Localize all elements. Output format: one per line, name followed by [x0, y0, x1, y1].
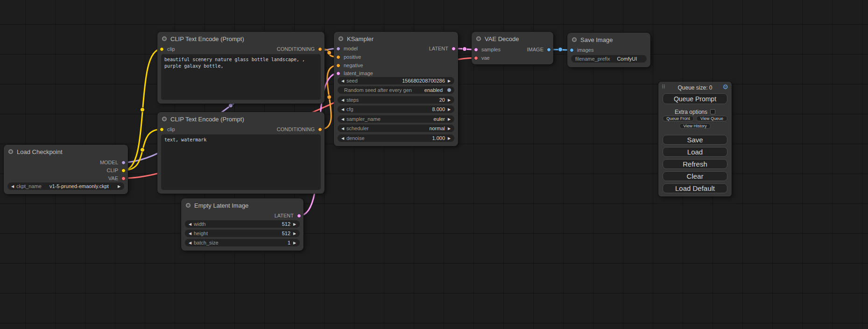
- conditioning-output-dot[interactable]: [318, 47, 322, 51]
- conditioning-output-slot[interactable]: CONDITIONING: [277, 126, 322, 133]
- random-seed-toggle-widget[interactable]: Random seed after every gen enabled: [338, 86, 454, 94]
- ckpt-name-widget[interactable]: ◀ ckpt_name v1-5-pruned-emaonly.ckpt ▶: [7, 182, 124, 190]
- decrement-arrow-icon[interactable]: ◀: [340, 98, 345, 102]
- vae-input-slot[interactable]: vae: [474, 55, 490, 61]
- clip-output-slot[interactable]: CLIP: [107, 167, 126, 174]
- conditioning-output-dot[interactable]: [318, 127, 322, 132]
- model-input-dot[interactable]: [336, 47, 340, 51]
- latent-image-input-slot[interactable]: latent_image: [336, 70, 373, 77]
- decrement-arrow-icon[interactable]: ◀: [188, 222, 192, 226]
- prev-arrow-icon[interactable]: ◀: [340, 117, 345, 121]
- clip-input-dot[interactable]: [160, 47, 164, 51]
- node-title-bar[interactable]: VAE Decode: [472, 32, 553, 46]
- node-load-checkpoint[interactable]: Load Checkpoint MODEL CLIP VAE ◀ ckpt_na…: [4, 145, 128, 194]
- seed-widget[interactable]: ◀ seed 156680208700286 ▶: [338, 77, 454, 84]
- increment-arrow-icon[interactable]: ▶: [292, 241, 297, 245]
- clip-input-slot[interactable]: clip: [160, 126, 175, 133]
- scheduler-widget[interactable]: ◀ scheduler normal ▶: [338, 125, 454, 132]
- collapse-toggle-icon[interactable]: [339, 36, 343, 41]
- decrement-arrow-icon[interactable]: ◀: [340, 136, 345, 140]
- view-history-button[interactable]: View History: [679, 123, 711, 129]
- collapse-toggle-icon[interactable]: [162, 36, 167, 41]
- negative-input-slot[interactable]: negative: [336, 62, 363, 69]
- latent-output-dot[interactable]: [297, 214, 301, 218]
- images-input-slot[interactable]: images: [570, 47, 593, 53]
- next-arrow-icon[interactable]: ▶: [447, 117, 452, 121]
- conditioning-output-slot[interactable]: CONDITIONING: [277, 46, 322, 52]
- collapse-toggle-icon[interactable]: [476, 36, 481, 41]
- node-title-bar[interactable]: Load Checkpoint: [4, 145, 128, 159]
- control-panel[interactable]: ⠿ Queue size: 0 ⚙ Queue Prompt Extra opt…: [658, 82, 732, 196]
- height-widget[interactable]: ◀ height 512 ▶: [185, 230, 300, 237]
- denoise-widget[interactable]: ◀ denoise 1.000 ▶: [338, 134, 454, 142]
- node-title-bar[interactable]: Save Image: [567, 33, 650, 47]
- clear-button[interactable]: Clear: [663, 171, 727, 181]
- load-button[interactable]: Load: [663, 147, 727, 157]
- collapse-toggle-icon[interactable]: [8, 149, 13, 154]
- decrement-arrow-icon[interactable]: ◀: [188, 241, 192, 245]
- toggle-knob-icon[interactable]: [447, 88, 452, 92]
- filename-prefix-widget[interactable]: filename_prefix ComfyUI: [571, 55, 647, 63]
- negative-input-dot[interactable]: [336, 63, 340, 68]
- images-input-dot[interactable]: [570, 48, 574, 52]
- node-title-bar[interactable]: CLIP Text Encode (Prompt): [157, 112, 325, 126]
- positive-input-dot[interactable]: [336, 55, 340, 59]
- extra-options-checkbox[interactable]: [710, 109, 715, 114]
- latent-image-input-dot[interactable]: [336, 71, 340, 76]
- clip-output-dot[interactable]: [121, 168, 126, 173]
- node-title-bar[interactable]: KSampler: [334, 32, 458, 46]
- latent-output-slot[interactable]: LATENT: [429, 45, 456, 52]
- node-title-bar[interactable]: CLIP Text Encode (Prompt): [157, 32, 325, 46]
- positive-prompt-textarea[interactable]: beautiful scenery nature glass bottle la…: [161, 54, 321, 100]
- image-output-slot[interactable]: IMAGE: [527, 46, 551, 53]
- vae-input-dot[interactable]: [474, 56, 478, 60]
- node-ksampler[interactable]: KSampler model positive negative latent_…: [334, 32, 458, 146]
- model-output-slot[interactable]: MODEL: [100, 159, 126, 166]
- clip-input-dot[interactable]: [160, 127, 164, 132]
- model-output-dot[interactable]: [121, 161, 126, 165]
- load-default-button[interactable]: Load Default: [663, 183, 727, 193]
- batch-size-widget[interactable]: ◀ batch_size 1 ▶: [185, 239, 300, 246]
- vae-output-dot[interactable]: [121, 176, 126, 181]
- vae-output-slot[interactable]: VAE: [108, 175, 126, 182]
- node-vae-decode[interactable]: VAE Decode samples vae IMAGE: [472, 32, 553, 64]
- increment-arrow-icon[interactable]: ▶: [292, 231, 297, 236]
- samples-input-slot[interactable]: samples: [474, 46, 501, 53]
- increment-arrow-icon[interactable]: ▶: [447, 79, 452, 83]
- next-arrow-icon[interactable]: ▶: [117, 184, 121, 189]
- collapse-toggle-icon[interactable]: [572, 37, 577, 42]
- model-input-slot[interactable]: model: [336, 45, 358, 52]
- prev-arrow-icon[interactable]: ◀: [10, 184, 15, 189]
- refresh-button[interactable]: Refresh: [663, 159, 727, 169]
- decrement-arrow-icon[interactable]: ◀: [340, 79, 345, 83]
- increment-arrow-icon[interactable]: ▶: [447, 107, 452, 112]
- node-clip-text-encode-negative[interactable]: CLIP Text Encode (Prompt) clip CONDITION…: [157, 112, 325, 194]
- positive-input-slot[interactable]: positive: [336, 54, 361, 60]
- settings-gear-icon[interactable]: ⚙: [722, 83, 728, 91]
- save-button[interactable]: Save: [663, 135, 727, 145]
- node-title-bar[interactable]: Empty Latent Image: [181, 198, 303, 212]
- collapse-toggle-icon[interactable]: [162, 117, 167, 121]
- increment-arrow-icon[interactable]: ▶: [292, 222, 297, 226]
- width-widget[interactable]: ◀ width 512 ▶: [185, 220, 300, 228]
- sampler-name-widget[interactable]: ◀ sampler_name euler ▶: [338, 115, 454, 123]
- queue-prompt-button[interactable]: Queue Prompt: [663, 93, 727, 104]
- decrement-arrow-icon[interactable]: ◀: [340, 107, 345, 112]
- increment-arrow-icon[interactable]: ▶: [447, 136, 452, 140]
- steps-widget[interactable]: ◀ steps 20 ▶: [338, 96, 454, 104]
- increment-arrow-icon[interactable]: ▶: [447, 98, 452, 102]
- node-save-image[interactable]: Save Image images filename_prefix ComfyU…: [567, 33, 650, 67]
- latent-output-dot[interactable]: [452, 47, 456, 51]
- graph-canvas[interactable]: Load Checkpoint MODEL CLIP VAE ◀ ckpt_na…: [0, 0, 868, 329]
- latent-output-slot[interactable]: LATENT: [275, 212, 301, 219]
- node-clip-text-encode-positive[interactable]: CLIP Text Encode (Prompt) clip CONDITION…: [157, 32, 325, 104]
- image-output-dot[interactable]: [547, 48, 551, 52]
- negative-prompt-textarea[interactable]: text, watermark: [161, 134, 321, 190]
- prev-arrow-icon[interactable]: ◀: [340, 126, 345, 131]
- node-empty-latent-image[interactable]: Empty Latent Image LATENT ◀ width 512 ▶ …: [181, 198, 303, 251]
- queue-front-button[interactable]: Queue Front: [663, 116, 694, 121]
- samples-input-dot[interactable]: [474, 48, 478, 52]
- clip-input-slot[interactable]: clip: [160, 46, 175, 52]
- view-queue-button[interactable]: View Queue: [696, 116, 727, 121]
- next-arrow-icon[interactable]: ▶: [447, 126, 452, 131]
